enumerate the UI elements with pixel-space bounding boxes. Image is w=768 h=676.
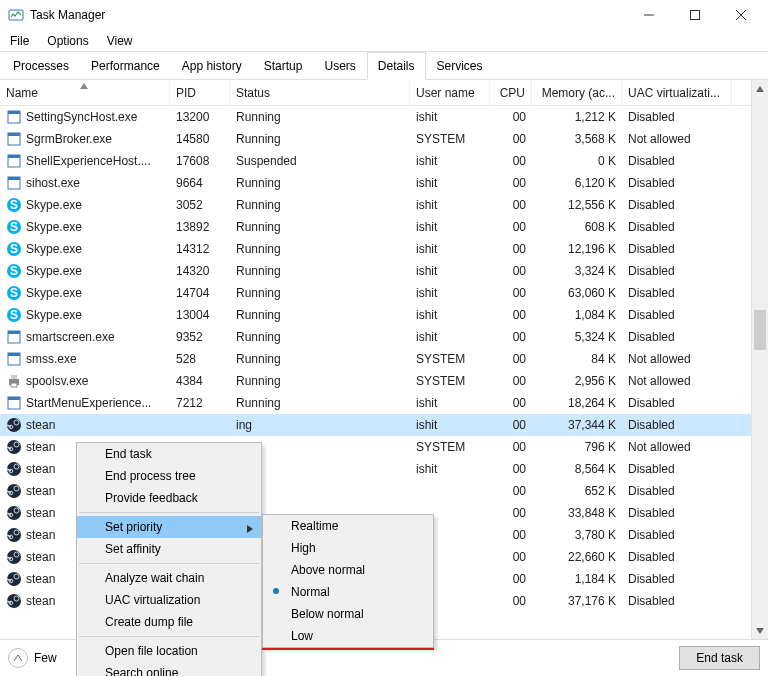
column-headers: Name PID Status User name CPU Memory (ac… [0,80,768,106]
cell-cpu: 00 [490,436,532,458]
cell-user: ishit [410,106,490,128]
table-row[interactable]: smartscreen.exe9352Runningishit005,324 K… [0,326,768,348]
cell-user: SYSTEM [410,370,490,392]
priority-menu-item[interactable]: Below normal [263,603,433,625]
table-row[interactable]: sihost.exe9664Runningishit006,120 KDisab… [0,172,768,194]
cell-status: ing [230,414,410,436]
menu-file[interactable]: File [6,32,33,50]
radio-checked-icon [273,588,279,594]
priority-menu-item[interactable]: Normal [263,581,433,603]
table-row[interactable]: ShellExperienceHost....17608Suspendedish… [0,150,768,172]
svg-rect-3 [8,111,20,114]
cell-user: ishit [410,150,490,172]
cell-cpu: 00 [490,524,532,546]
cell-pid: 14580 [170,128,230,150]
column-cpu[interactable]: CPU [490,80,532,105]
svg-point-37 [7,462,21,476]
svg-point-52 [7,572,21,586]
cell-status: Running [230,304,410,326]
process-icon: S [6,263,22,279]
scrollbar-thumb[interactable] [754,310,766,350]
context-menu-item[interactable]: Analyze wait chain [77,567,261,589]
cell-memory: 3,780 K [532,524,622,546]
cell-uac: Disabled [622,590,732,612]
process-icon [6,593,22,609]
cell-status: Running [230,392,410,414]
table-row[interactable]: SSkype.exe13892Runningishit00608 KDisabl… [0,216,768,238]
priority-menu-item[interactable]: Above normal [263,559,433,581]
cell-memory: 6,120 K [532,172,622,194]
cell-user: ishit [410,260,490,282]
process-icon [6,351,22,367]
cell-cpu: 00 [490,568,532,590]
cell-memory: 37,176 K [532,590,622,612]
table-row[interactable]: SgrmBroker.exe14580RunningSYSTEM003,568 … [0,128,768,150]
priority-menu-item[interactable]: High [263,537,433,559]
cell-uac: Disabled [622,194,732,216]
table-row[interactable]: SSkype.exe13004Runningishit001,084 KDisa… [0,304,768,326]
context-menu-item[interactable]: Open file location [77,640,261,662]
cell-uac: Disabled [622,392,732,414]
tab-startup[interactable]: Startup [253,52,314,79]
table-row[interactable]: SSkype.exe14704Runningishit0063,060 KDis… [0,282,768,304]
column-user[interactable]: User name [410,80,490,105]
cell-uac: Disabled [622,260,732,282]
process-name: spoolsv.exe [26,374,88,388]
end-task-button[interactable]: End task [679,646,760,670]
process-name: stean [26,572,55,586]
svg-point-46 [7,528,21,542]
vertical-scrollbar[interactable] [751,80,768,639]
table-row[interactable]: SettingSyncHost.exe13200Runningishit001,… [0,106,768,128]
column-pid[interactable]: PID [170,80,230,105]
tab-services[interactable]: Services [426,52,494,79]
process-name: Skype.exe [26,308,82,322]
tab-processes[interactable]: Processes [2,52,80,79]
cell-cpu: 00 [490,326,532,348]
cell-memory: 8,564 K [532,458,622,480]
context-menu-item[interactable]: End task [77,443,261,465]
context-menu-item[interactable]: Create dump file [77,611,261,633]
cell-uac: Disabled [622,150,732,172]
cell-cpu: 00 [490,106,532,128]
column-status[interactable]: Status [230,80,410,105]
close-button[interactable] [718,0,764,30]
column-uac[interactable]: UAC virtualizati... [622,80,732,105]
tab-users[interactable]: Users [313,52,366,79]
context-menu-item[interactable]: Provide feedback [77,487,261,509]
table-row[interactable]: smss.exe528RunningSYSTEM0084 KNot allowe… [0,348,768,370]
menu-options[interactable]: Options [43,32,92,50]
tab-app-history[interactable]: App history [171,52,253,79]
scroll-down-icon[interactable] [752,622,768,639]
priority-menu-item[interactable]: Low [263,625,433,647]
context-menu-item[interactable]: UAC virtualization [77,589,261,611]
tab-performance[interactable]: Performance [80,52,171,79]
cell-memory: 37,344 K [532,414,622,436]
svg-point-34 [7,440,21,454]
tab-details[interactable]: Details [367,52,426,80]
cell-user: ishit [410,414,490,436]
minimize-button[interactable] [626,0,672,30]
context-menu-item[interactable]: Search online [77,662,261,676]
context-menu-item[interactable]: Set affinity [77,538,261,560]
context-menu-item[interactable]: End process tree [77,465,261,487]
table-row[interactable]: SSkype.exe14312Runningishit0012,196 KDis… [0,238,768,260]
priority-menu-item[interactable]: Realtime [263,515,433,537]
fewer-details[interactable]: Few [8,648,57,668]
context-menu-item[interactable]: Set priority [77,516,261,538]
process-name: stean [26,462,55,476]
menu-view[interactable]: View [103,32,137,50]
column-memory[interactable]: Memory (ac... [532,80,622,105]
cell-cpu: 00 [490,282,532,304]
cell-user [410,480,490,502]
table-row[interactable]: StartMenuExperience...7212Runningishit00… [0,392,768,414]
table-row[interactable]: spoolsv.exe4384RunningSYSTEM002,956 KNot… [0,370,768,392]
table-row[interactable]: SSkype.exe14320Runningishit003,324 KDisa… [0,260,768,282]
table-row[interactable]: SSkype.exe3052Runningishit0012,556 KDisa… [0,194,768,216]
svg-text:S: S [10,220,18,234]
maximize-button[interactable] [672,0,718,30]
tab-bar: ProcessesPerformanceApp historyStartupUs… [0,52,768,80]
cell-user: SYSTEM [410,436,490,458]
scroll-up-icon[interactable] [752,80,768,97]
table-row[interactable]: steaningishit0037,344 KDisabled [0,414,768,436]
cell-status: Running [230,238,410,260]
